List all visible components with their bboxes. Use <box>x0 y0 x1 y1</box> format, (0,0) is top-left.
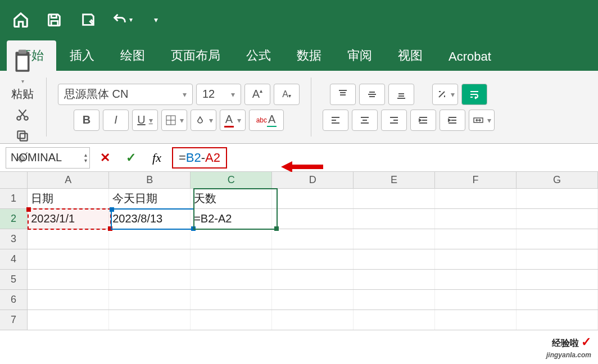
cancel-formula-button[interactable]: ✕ <box>94 147 116 169</box>
italic-button[interactable]: I <box>103 110 129 131</box>
col-header-C[interactable]: C <box>191 172 272 188</box>
home-icon[interactable] <box>10 9 31 30</box>
row-header-7[interactable]: 7 <box>0 310 28 330</box>
col-header-E[interactable]: E <box>354 172 435 188</box>
row-header-2[interactable]: 2 <box>0 209 28 229</box>
cell-D2[interactable] <box>272 209 354 229</box>
cell-G2[interactable] <box>517 209 598 229</box>
row-header-4[interactable]: 4 <box>0 249 28 269</box>
cell-D1[interactable] <box>272 189 354 208</box>
cut-icon[interactable] <box>15 107 30 124</box>
cell-F1[interactable] <box>435 189 517 208</box>
tab-pagelayout[interactable]: 页面布局 <box>158 40 233 71</box>
tab-view[interactable]: 视图 <box>386 40 435 71</box>
cell-C1[interactable]: 天数 <box>191 189 272 208</box>
align-center-button[interactable] <box>352 110 378 131</box>
decrease-indent-button[interactable] <box>410 110 436 131</box>
cell-A1[interactable]: 日期 <box>28 189 109 208</box>
cell-B1[interactable]: 今天日期 <box>109 189 191 208</box>
col-header-B[interactable]: B <box>109 172 191 188</box>
draw-icon[interactable] <box>78 9 99 30</box>
name-box[interactable]: NOMINAL ▴▾ <box>6 147 90 169</box>
font-name-select[interactable]: 思源黑体 CN <box>58 84 193 105</box>
paste-button[interactable]: ▾ 粘贴 <box>10 48 35 102</box>
svg-rect-2 <box>17 56 28 70</box>
col-header-F[interactable]: F <box>435 172 517 188</box>
svg-rect-1 <box>19 49 26 53</box>
row-header-6[interactable]: 6 <box>0 290 28 310</box>
row-header-1[interactable]: 1 <box>0 189 28 208</box>
cell-E1[interactable] <box>354 189 435 208</box>
col-header-D[interactable]: D <box>272 172 354 188</box>
cell-E2[interactable] <box>354 209 435 229</box>
svg-rect-5 <box>20 133 28 140</box>
cell-B2[interactable]: 2023/8/13 <box>109 209 191 229</box>
underline-button[interactable]: U <box>132 110 158 131</box>
orientation-button[interactable] <box>432 84 458 105</box>
increase-indent-button[interactable] <box>440 110 465 131</box>
cell-F2[interactable] <box>435 209 517 229</box>
cell-A2[interactable]: 2023/1/1 <box>28 209 109 229</box>
row-header-3[interactable]: 3 <box>0 229 28 249</box>
svg-marker-9 <box>281 161 323 172</box>
row-header-5[interactable]: 5 <box>0 270 28 289</box>
undo-icon[interactable]: ▾ <box>111 9 133 30</box>
align-right-button[interactable] <box>381 110 407 131</box>
paste-label: 粘贴 <box>11 87 34 102</box>
ribbon: ▾ 粘贴 思源黑体 CN 12 A▴ A▾ B I U A abcA <box>0 71 598 144</box>
cell-C2[interactable]: =B2-A2 <box>191 209 272 229</box>
fill-color-button[interactable] <box>191 110 216 131</box>
ribbon-tabs: 开始 插入 绘图 页面布局 公式 数据 审阅 视图 Acrobat <box>0 39 598 71</box>
phonetic-button[interactable]: abcA <box>249 110 284 131</box>
tab-review[interactable]: 审阅 <box>335 40 384 71</box>
align-left-button[interactable] <box>323 110 348 131</box>
copy-icon[interactable] <box>15 129 30 145</box>
formula-input[interactable]: =B2-A2 <box>172 147 227 169</box>
tab-data[interactable]: 数据 <box>284 40 334 71</box>
customize-icon[interactable]: ▾ <box>145 9 166 30</box>
quick-access-toolbar: ▾ ▾ <box>0 0 598 39</box>
cell-G1[interactable] <box>517 189 598 208</box>
tab-draw[interactable]: 绘图 <box>108 40 157 71</box>
font-color-button[interactable]: A <box>220 110 246 131</box>
fx-button[interactable]: fx <box>146 147 167 169</box>
increase-font-button[interactable]: A▴ <box>244 84 270 105</box>
align-top-button[interactable] <box>330 84 356 105</box>
col-header-G[interactable]: G <box>517 172 598 188</box>
spreadsheet-grid[interactable]: A B C D E F G 1 日期 今天日期 天数 2 2023/1/1 20… <box>0 172 598 363</box>
tab-acrobat[interactable]: Acrobat <box>436 43 504 71</box>
watermark: 经验啦 ✓ jingyanla.com <box>546 335 591 360</box>
merge-button[interactable] <box>469 110 495 131</box>
decrease-font-button[interactable]: A▾ <box>274 84 300 105</box>
save-icon[interactable] <box>44 9 65 30</box>
tab-formulas[interactable]: 公式 <box>234 40 283 71</box>
bold-button[interactable]: B <box>74 110 99 131</box>
wrap-text-button[interactable] <box>461 84 487 105</box>
align-middle-button[interactable] <box>359 84 385 105</box>
border-button[interactable] <box>161 110 187 131</box>
select-all-corner[interactable] <box>0 172 28 188</box>
align-bottom-button[interactable] <box>388 84 414 105</box>
font-size-select[interactable]: 12 <box>196 84 241 105</box>
col-header-A[interactable]: A <box>28 172 109 188</box>
accept-formula-button[interactable]: ✓ <box>120 147 142 169</box>
tab-insert[interactable]: 插入 <box>57 40 107 71</box>
svg-rect-6 <box>17 131 25 138</box>
